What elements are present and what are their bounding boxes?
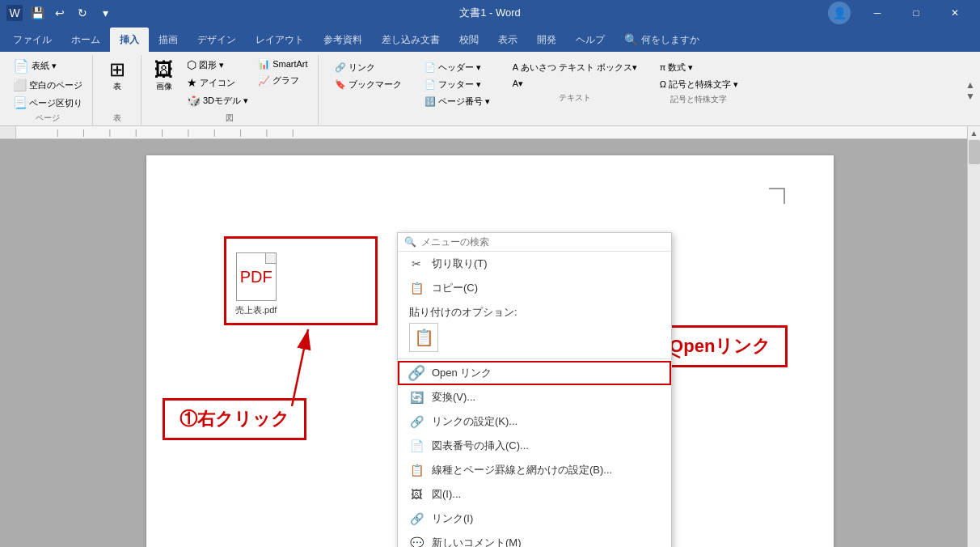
ribbon-group-symbols: π 数式 ▾ Ω 記号と特殊文字 ▾ 記号と特殊文字 [650,58,748,107]
minimize-button[interactable]: ─ [859,0,896,26]
paste-icons: 📋 [409,323,660,352]
tab-mailings[interactable]: 差し込み文書 [372,28,450,52]
icons-button[interactable]: ★ アイコン [184,74,251,91]
menu-item-figure[interactable]: 🖼 図(I)... [398,482,671,507]
user-avatar[interactable]: 👤 [828,2,851,24]
wordart-button[interactable]: A▾ [509,77,640,91]
scroll-thumb[interactable] [969,140,980,164]
header-button[interactable]: 📄 ヘッダー ▾ [421,60,493,75]
undo-button[interactable]: ↩ [50,3,70,23]
menu-item-set-link-label: リンクの設定(K)... [432,414,517,429]
ruler-horizontal: | | | | | | | | | | [16,126,967,139]
tab-design[interactable]: デザイン [188,28,246,52]
image-button[interactable]: 🖼 画像 [148,57,180,95]
ribbon-content: 📄 表紙 ▾ ⬜ 空白のページ 📃 ページ区切り ページ ⊞ 表 [0,52,980,126]
open-link-icon: 🔗 [409,366,424,380]
redo-button[interactable]: ↻ [73,3,92,23]
svg-line-0 [292,329,308,406]
symbol-button[interactable]: Ω 記号と特殊文字 ▾ [657,77,741,92]
menu-item-set-link[interactable]: 🔗 リンクの設定(K)... [398,409,671,434]
menu-item-copy[interactable]: 📋 コピー(C) [398,276,671,300]
textbox-button[interactable]: A あいさつ テキスト ボックス▾ [509,60,640,75]
restore-button[interactable]: □ [898,0,935,26]
ribbon-group-table: ⊞ 表 表 [93,55,142,125]
cut-icon: ✂ [409,257,424,271]
ribbon-more-groups: 🔗 リンク 🔖 ブックマーク 📄 ヘッダー ▾ 📄 フッター ▾ 🔢 ページ番号… [319,55,964,125]
document-area: | | | | | | | | | | PDF 売上表.pdf [0,126,980,547]
menu-search-bar[interactable]: 🔍 [398,233,671,252]
ribbon-group-images: 🖼 画像 ⬡ 図形 ▾ ★ アイコン 🎲 3Dモデル ▾ [142,55,319,125]
quick-access-toolbar: 💾 ↩ ↻ ▾ [27,3,115,23]
ribbon-symbols-content: π 数式 ▾ Ω 記号と特殊文字 ▾ [657,60,741,92]
menu-item-border-label: 線種とページ罫線と網かけの設定(B)... [432,463,612,477]
document-title: 文書1 - Word [248,6,732,20]
tab-layout[interactable]: レイアウト [246,28,314,52]
close-button[interactable]: ✕ [936,0,974,26]
page-break-button[interactable]: 📃 ページ区切り [10,95,86,111]
menu-item-comment-label: 新しいコメント(M) [432,536,522,547]
ruler: | | | | | | | | | | [0,126,967,139]
ribbon-tabs: ファイル ホーム 挿入 描画 デザイン レイアウト 参考資料 差し込み文書 校閲… [0,26,980,52]
blank-page-button[interactable]: ⬜ 空白のページ [10,77,86,93]
context-menu: 🔍 ✂ 切り取り(T) 📋 コピー(C) 貼り付けのオプション: [397,232,672,547]
customize-quick-access[interactable]: ▾ [95,3,115,23]
scroll-up-button[interactable]: ▲ [968,126,981,139]
ribbon-group-header: 📄 ヘッダー ▾ 📄 フッター ▾ 🔢 ページ番号 ▾ [415,58,500,111]
menu-item-comment[interactable]: 💬 新しいコメント(M) [398,531,671,547]
tab-review[interactable]: 校閲 [450,28,488,52]
link-icon: 🔗 [409,511,424,526]
bookmark-button[interactable]: 🔖 ブックマーク [332,77,405,92]
table-button[interactable]: ⊞ 表 [101,57,133,95]
ruler-corner [0,126,16,139]
link-button[interactable]: 🔗 リンク [332,60,405,75]
ribbon-scroll-right[interactable]: ▲▼ [964,55,977,125]
tab-references[interactable]: 参考資料 [314,28,372,52]
cover-page-button[interactable]: 📄 表紙 ▾ [10,57,86,75]
word-icon: W [6,5,23,21]
menu-item-open-link[interactable]: 🔗 Open リンク [398,361,671,385]
tab-draw[interactable]: 描画 [149,28,188,52]
tab-file[interactable]: ファイル [3,28,61,52]
equation-button[interactable]: π 数式 ▾ [657,60,741,75]
page-num-button[interactable]: 🔢 ページ番号 ▾ [421,94,493,109]
tab-help[interactable]: ヘルプ [566,28,615,52]
callout-right-click: ①右クリック [163,398,306,440]
tab-view[interactable]: 表示 [488,28,527,52]
tab-search[interactable]: 🔍 何をしますか [615,28,709,52]
caption-icon: 📄 [409,439,424,453]
scroll-track[interactable] [968,139,980,547]
paste-btn[interactable]: 📋 [409,323,438,352]
ribbon-group-pages-content: 📄 表紙 ▾ ⬜ 空白のページ 📃 ページ区切り [10,57,86,111]
ribbon-group-pages: 📄 表紙 ▾ ⬜ 空白のページ 📃 ページ区切り ページ [3,55,93,125]
ribbon-group-images-content: 🖼 画像 ⬡ 図形 ▾ ★ アイコン 🎲 3Dモデル ▾ [148,57,311,111]
menu-item-cut[interactable]: ✂ 切り取り(T) [398,252,671,276]
menu-search-input[interactable] [421,236,665,248]
pdf-highlight-box [224,236,378,325]
tab-dev[interactable]: 開発 [527,28,566,52]
vertical-scrollbar[interactable]: ▲ ▼ [967,126,980,547]
figure-icon: 🖼 [409,487,424,502]
ribbon-text-content: A あいさつ テキスト ボックス▾ A▾ [509,60,640,91]
shapes-button[interactable]: ⬡ 図形 ▾ [184,57,251,73]
border-icon: 📋 [409,463,424,477]
title-bar: W 💾 ↩ ↻ ▾ 文書1 - Word 👤 ─ □ ✕ [0,0,980,26]
menu-item-link[interactable]: 🔗 リンク(I) [398,507,671,531]
menu-paste-section: 貼り付けのオプション: 📋 [398,300,671,357]
comment-icon: 💬 [409,536,424,547]
menu-item-open-link-label: Open リンク [432,366,492,380]
menu-item-border[interactable]: 📋 線種とページ罫線と網かけの設定(B)... [398,458,671,482]
menu-item-caption[interactable]: 📄 図表番号の挿入(C)... [398,434,671,458]
chart-button[interactable]: 📈 グラフ [255,73,310,88]
ribbon-header-content: 📄 ヘッダー ▾ 📄 フッター ▾ 🔢 ページ番号 ▾ [421,60,493,109]
save-button[interactable]: 💾 [27,3,47,23]
menu-item-copy-label: コピー(C) [432,281,478,295]
tab-home[interactable]: ホーム [61,28,110,52]
smartart-button[interactable]: 📊 SmartArt [255,57,310,71]
menu-item-figure-label: 図(I)... [432,487,461,502]
menu-item-convert[interactable]: 🔄 変換(V)... [398,385,671,409]
footer-button[interactable]: 📄 フッター ▾ [421,77,493,92]
menu-item-link-label: リンク(I) [432,511,473,526]
tab-insert[interactable]: 挿入 [110,28,149,52]
title-bar-left: W 💾 ↩ ↻ ▾ [6,3,248,23]
3d-model-button[interactable]: 🎲 3Dモデル ▾ [184,92,251,108]
